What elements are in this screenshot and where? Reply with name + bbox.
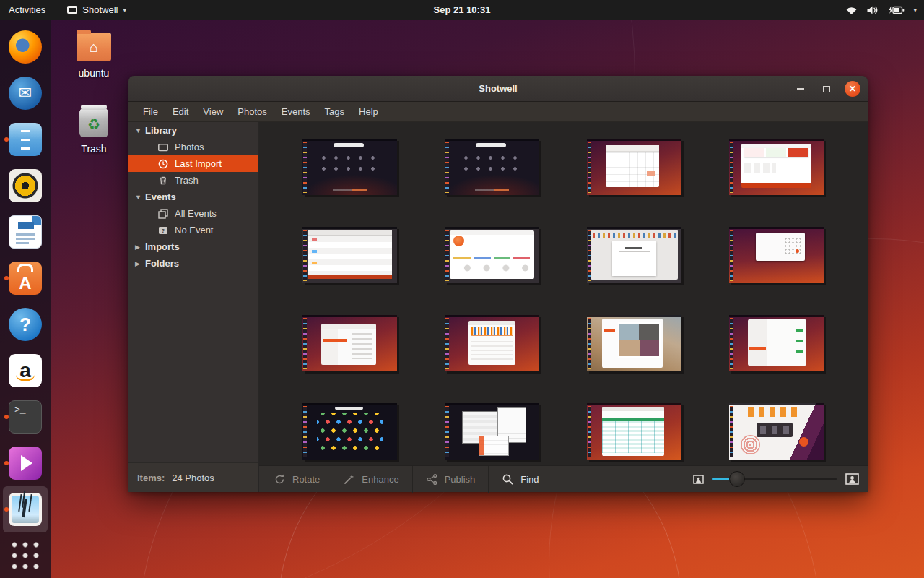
svg-text:?: ? [162,228,165,234]
thumbnail-detail [471,341,513,361]
dock-item-thunderbird[interactable]: ✉ [3,70,48,116]
sidebar: ▼LibraryPhotosLast ImportTrash▼EventsAll… [128,122,258,492]
photo-thumbnail[interactable] [729,403,824,460]
sidebar-item-label: Trash [175,175,199,186]
zoom-area [693,471,859,487]
shotwell-window: Shotwell ✕ FileEditViewPhotosEventsTagsH… [128,76,868,492]
photo-thumbnail[interactable] [729,139,824,195]
thunderbird-icon: ✉ [9,77,42,110]
dock-item-videos[interactable] [3,440,48,486]
title-bar[interactable]: Shotwell ✕ [128,76,868,102]
thumbnail-detail [606,145,658,152]
dock-item-shotwell[interactable] [3,486,48,532]
photo-thumbnail[interactable] [445,315,539,371]
photo-thumbnail[interactable] [587,403,681,460]
photo-thumbnail[interactable] [729,315,824,371]
dock-item-ubuntu-software[interactable]: A [3,255,48,301]
toolbar-separator [488,466,489,493]
toolbar-separator [412,466,413,493]
slider-handle[interactable] [729,471,745,487]
dock-item-terminal[interactable]: >_ [3,394,48,440]
thumbnail-detail [749,347,767,350]
close-button[interactable]: ✕ [845,81,860,97]
sidebar-section-events[interactable]: ▼Events [128,189,258,205]
enhance-button[interactable]: Enhance [331,466,410,493]
menu-help[interactable]: Help [352,102,385,122]
app-menu[interactable]: Shotwell ▾ [67,4,126,15]
thumbnail-detail [619,324,659,356]
photo-thumbnail[interactable] [302,139,397,195]
rotate-icon [274,473,286,486]
sidebar-section-imports[interactable]: ▶Imports [128,238,258,255]
close-icon: ✕ [849,84,856,94]
menu-edit[interactable]: Edit [165,102,196,122]
menu-events[interactable]: Events [274,102,318,122]
sidebar-item-all-events[interactable]: All Events [128,205,258,222]
dock-item-help[interactable]: ? [3,301,48,348]
expander-open-icon[interactable]: ▼ [135,127,145,134]
expander-open-icon[interactable]: ▼ [135,194,145,201]
menu-file[interactable]: File [136,102,165,122]
thumbnail-detail [333,189,367,191]
menu-photos[interactable]: Photos [230,102,274,122]
window-title: Shotwell [479,83,517,94]
dock-item-files[interactable] [3,116,48,163]
expander-closed-icon[interactable]: ▶ [135,260,145,267]
thumbnail-detail [323,339,347,342]
activities-button[interactable]: Activities [9,4,45,15]
sidebar-item-no-event[interactable]: ?No Event [128,222,258,238]
photo-thumbnail[interactable] [587,227,681,283]
photo-thumbnail[interactable] [729,227,824,283]
sidebar-section-label: Imports [145,241,180,252]
thumbnail-detail [796,249,799,253]
toolbar-button-label: Enhance [362,474,398,485]
thumbnail-detail [612,241,655,276]
photo-thumbnail[interactable] [302,403,397,460]
sidebar-item-trash[interactable]: Trash [128,172,258,189]
find-button[interactable]: Find [490,466,550,493]
shotwell-icon [9,493,42,526]
photo-thumbnail[interactable] [445,403,539,460]
minimize-button[interactable] [793,81,808,97]
photo-thumbnail[interactable] [587,139,681,195]
system-status-area[interactable]: ▾ [845,5,924,15]
sidebar-section-label: Folders [145,258,179,269]
videos-icon [9,447,42,480]
sidebar-item-last-import[interactable]: Last Import [128,155,258,172]
zoom-slider[interactable] [712,471,837,487]
desktop-icon-label: ubuntu [79,67,110,79]
photo-thumbnail[interactable] [587,315,681,371]
desktop-icon-ubuntu[interactable]: ⌂ ubuntu [69,30,119,79]
rotate-button[interactable]: Rotate [262,466,331,493]
chevron-down-icon: ▾ [123,7,126,14]
app-menu-label: Shotwell [82,4,118,15]
dock-item-firefox[interactable] [3,24,48,70]
sidebar-item-label: Last Import [175,158,222,169]
photo-icon [157,142,169,153]
maximize-icon [823,86,830,92]
photo-thumbnail[interactable] [302,227,397,283]
sidebar-item-photos[interactable]: Photos [128,139,258,155]
thumbnail-detail [647,171,655,177]
enhance-icon [343,473,355,486]
dock-item-rhythmbox[interactable] [3,163,48,209]
thumbnail-detail [604,329,616,332]
sidebar-section-folders[interactable]: ▶Folders [128,255,258,272]
dock-item-amazon[interactable]: a [3,348,48,394]
battery-icon [887,5,905,15]
maximize-button[interactable] [819,81,834,97]
photo-thumbnail[interactable] [445,227,539,283]
publish-button[interactable]: Publish [414,466,487,493]
dock-item-show-applications[interactable] [3,532,48,578]
clock[interactable]: Sep 21 10:31 [434,4,491,15]
photo-grid [259,122,868,465]
menu-tags[interactable]: Tags [318,102,352,122]
thumbnail-detail [606,145,658,187]
expander-closed-icon[interactable]: ▶ [135,243,145,251]
photo-thumbnail[interactable] [445,139,539,195]
photo-thumbnail[interactable] [302,315,397,371]
sidebar-section-library[interactable]: ▼Library [128,122,258,139]
desktop-icon-trash[interactable]: ♻ Trash [69,107,119,155]
menu-view[interactable]: View [196,102,230,122]
dock-item-libreoffice-writer[interactable] [3,209,48,255]
